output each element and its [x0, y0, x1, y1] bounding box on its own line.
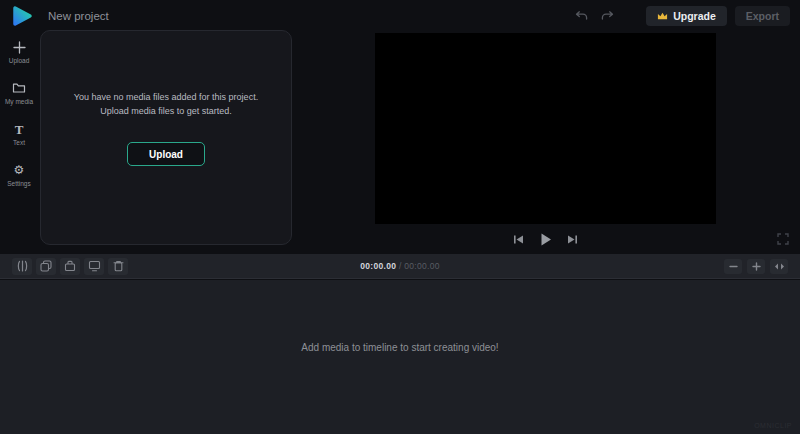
timeline-area: Add media to timeline to start creating … [0, 280, 800, 434]
trash-icon [113, 260, 124, 272]
watermark-text: OMNICLIP [754, 422, 792, 429]
zoom-in-button[interactable] [747, 259, 765, 274]
media-panel: You have no media files added for this p… [40, 30, 292, 245]
media-empty-line2: Upload media files to get started. [74, 105, 258, 119]
zoom-fit-icon [774, 262, 785, 271]
redo-icon [601, 10, 614, 22]
archive-icon [64, 260, 76, 272]
minus-icon [729, 262, 738, 271]
timecode-separator: / [399, 261, 402, 271]
gear-icon: ⚙ [14, 163, 25, 177]
plus-icon [752, 262, 761, 271]
app-logo[interactable] [10, 4, 34, 28]
media-empty-state: You have no media files added for this p… [74, 91, 258, 119]
text-icon: T [15, 122, 24, 136]
timecode-current: 00:00.00 [360, 261, 396, 271]
display-button[interactable] [84, 258, 104, 275]
sidebar-item-label: Settings [7, 180, 31, 187]
upgrade-label: Upgrade [673, 10, 716, 22]
timeline-toolbar: 00:00.00 / 00:00.00 [0, 254, 800, 279]
archive-button[interactable] [60, 258, 80, 275]
timeline-empty-message: Add media to timeline to start creating … [0, 342, 800, 353]
timecode-total: 00:00.00 [404, 261, 440, 271]
undo-icon [575, 10, 588, 22]
skip-start-icon [513, 234, 524, 245]
export-label: Export [746, 10, 779, 22]
sidebar: Upload My media T Text ⚙ Settings [0, 32, 38, 187]
play-logo-icon [11, 4, 33, 28]
play-icon [540, 233, 552, 246]
fullscreen-icon [777, 233, 789, 245]
undo-button[interactable] [572, 7, 590, 25]
sidebar-item-label: My media [5, 98, 33, 105]
upgrade-button[interactable]: Upgrade [646, 6, 727, 26]
header-actions: Upgrade Export [572, 6, 790, 26]
sidebar-item-text[interactable]: T Text [0, 122, 38, 146]
skip-end-button[interactable] [564, 230, 582, 248]
transport-controls [375, 229, 716, 249]
page-title: New project [48, 10, 109, 22]
timecode: 00:00.00 / 00:00.00 [360, 261, 439, 271]
skip-end-icon [567, 234, 578, 245]
display-icon [88, 260, 101, 272]
skip-start-button[interactable] [510, 230, 528, 248]
video-preview [375, 33, 716, 224]
play-button[interactable] [537, 230, 555, 248]
plus-icon [13, 40, 26, 54]
fullscreen-button[interactable] [775, 231, 791, 247]
media-empty-line1: You have no media files added for this p… [74, 91, 258, 105]
split-icon [16, 260, 29, 272]
duplicate-icon [40, 260, 52, 272]
duplicate-button[interactable] [36, 258, 56, 275]
upload-button[interactable]: Upload [127, 142, 205, 166]
zoom-out-button[interactable] [724, 259, 742, 274]
timeline-zoom-controls [724, 259, 788, 274]
folder-icon [12, 81, 26, 95]
delete-button[interactable] [108, 258, 128, 275]
app-window: New project Upgrade Export [0, 0, 800, 434]
crown-icon [657, 11, 668, 21]
export-button[interactable]: Export [735, 6, 790, 26]
sidebar-item-label: Text [13, 139, 25, 146]
split-button[interactable] [12, 258, 32, 275]
redo-button[interactable] [598, 7, 616, 25]
header-bar: New project Upgrade Export [0, 0, 800, 32]
sidebar-item-upload[interactable]: Upload [0, 40, 38, 64]
sidebar-item-my-media[interactable]: My media [0, 81, 38, 105]
zoom-fit-button[interactable] [770, 259, 788, 274]
sidebar-item-settings[interactable]: ⚙ Settings [0, 163, 38, 187]
sidebar-item-label: Upload [9, 57, 30, 64]
